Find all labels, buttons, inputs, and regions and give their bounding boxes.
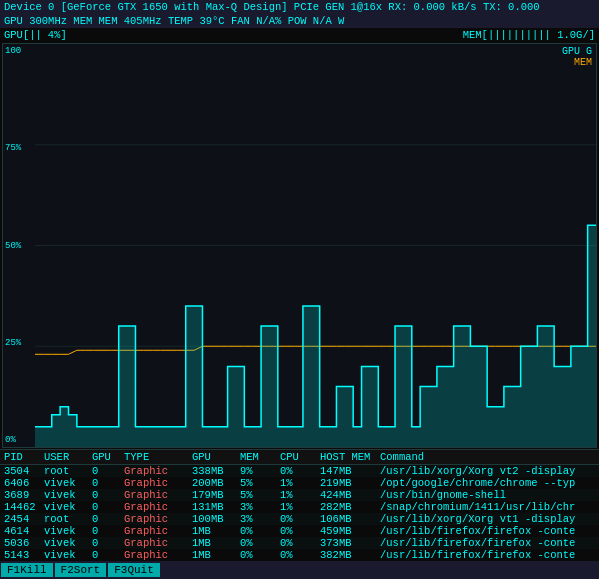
cell-gpu: 0 [92,513,124,525]
cell-gpu-mem: 131MB [192,501,240,513]
col-host-mem: HOST MEM [320,451,380,463]
process-table: PID USER GPU TYPE GPU MEM CPU HOST MEM C… [0,449,599,561]
cell-cpu: 1% [280,501,320,513]
cell-command: /usr/lib/firefox/firefox -conte [380,549,580,561]
chart-area: GPU G MEM 100 75% 50% 25% 0% [2,43,597,448]
cell-type: Graphic [124,489,192,501]
cell-user: vivek [44,549,92,561]
cell-gpu-mem: 179MB [192,489,240,501]
f2-sort-button[interactable]: F2Sort [55,563,107,577]
cell-gpu-mem: 338MB [192,465,240,477]
header-line2: GPU 300MHz MEM MEM 405MHz TEMP 39°C FAN … [0,14,599,28]
cell-mem-pct: 3% [240,513,280,525]
cell-user: vivek [44,501,92,513]
cell-pid: 5036 [4,537,44,549]
cell-type: Graphic [124,501,192,513]
cell-cpu: 1% [280,477,320,489]
col-user: USER [44,451,92,463]
cell-gpu-mem: 1MB [192,537,240,549]
cell-cpu: 0% [280,465,320,477]
cell-host-mem: 147MB [320,465,380,477]
cell-gpu: 0 [92,465,124,477]
f1-kill-button[interactable]: F1Kill [1,563,53,577]
col-gpu: GPU [92,451,124,463]
cell-command: /opt/google/chrome/chrome --typ [380,477,580,489]
col-gpu-mem: GPU [192,451,240,463]
gpu-bar-pct: 4%] [48,29,67,41]
cell-user: vivek [44,477,92,489]
cell-mem-pct: 5% [240,477,280,489]
process-rows: 3504 root 0 Graphic 338MB 9% 0% 147MB /u… [0,465,599,561]
cell-host-mem: 282MB [320,501,380,513]
cell-pid: 2454 [4,513,44,525]
cell-gpu-mem: 1MB [192,549,240,561]
cell-command: /usr/lib/firefox/firefox -conte [380,525,580,537]
cell-mem-pct: 9% [240,465,280,477]
cell-host-mem: 106MB [320,513,380,525]
col-command: Command [380,451,580,463]
header-pow: POW N/A W [288,15,345,27]
cell-type: Graphic [124,537,192,549]
cell-command: /usr/lib/firefox/firefox -conte [380,537,580,549]
app: Device 0 [GeForce GTX 1650 with Max-Q De… [0,0,599,579]
cell-mem-pct: 5% [240,489,280,501]
label-0: 0% [5,435,33,445]
cell-type: Graphic [124,465,192,477]
table-row: 4614 vivek 0 Graphic 1MB 0% 0% 459MB /us… [0,525,599,537]
gpu-chart-canvas [35,44,596,447]
cell-host-mem: 459MB [320,525,380,537]
label-25: 25% [5,338,33,348]
header-mem-label: MEM [73,15,98,27]
bottom-bar: F1Kill F2Sort F3Quit [0,561,599,579]
label-100: 100 [5,46,33,56]
cell-cpu: 0% [280,513,320,525]
cell-type: Graphic [124,513,192,525]
cell-host-mem: 219MB [320,477,380,489]
cell-mem-pct: 0% [240,537,280,549]
cell-command: /usr/lib/xorg/Xorg vt2 -display [380,465,580,477]
header-line1: Device 0 [GeForce GTX 1650 with Max-Q De… [0,0,599,14]
table-row: 2454 root 0 Graphic 100MB 3% 0% 106MB /u… [0,513,599,525]
cell-command: /usr/lib/xorg/Xorg vt1 -display [380,513,580,525]
cell-user: root [44,513,92,525]
cell-cpu: 1% [280,489,320,501]
cell-gpu-mem: 200MB [192,477,240,489]
cell-user: vivek [44,489,92,501]
cell-user: vivek [44,537,92,549]
cell-host-mem: 373MB [320,537,380,549]
cell-pid: 3504 [4,465,44,477]
table-row: 5036 vivek 0 Graphic 1MB 0% 0% 373MB /us… [0,537,599,549]
cell-host-mem: 382MB [320,549,380,561]
cell-gpu: 0 [92,525,124,537]
cell-gpu: 0 [92,537,124,549]
table-header: PID USER GPU TYPE GPU MEM CPU HOST MEM C… [0,450,599,465]
table-row: 14462 vivek 0 Graphic 131MB 3% 1% 282MB … [0,501,599,513]
cell-pid: 14462 [4,501,44,513]
cell-mem-pct: 0% [240,549,280,561]
col-mem-pct: MEM [240,451,280,463]
chart-labels: 100 75% 50% 25% 0% [3,44,35,447]
cell-cpu: 0% [280,525,320,537]
cell-cpu: 0% [280,537,320,549]
table-row: 3689 vivek 0 Graphic 179MB 5% 1% 424MB /… [0,489,599,501]
f3-quit-button[interactable]: F3Quit [108,563,160,577]
header-temp: TEMP 39°C [168,15,225,27]
cell-gpu-mem: 1MB [192,525,240,537]
header-fan: FAN N/A% [231,15,281,27]
header-mem-freq: MEM 405MHz [99,15,162,27]
gpu-bar-label: GPU[|| [4,29,42,41]
cell-mem-pct: 0% [240,525,280,537]
label-75: 75% [5,143,33,153]
table-row: 6406 vivek 0 Graphic 200MB 5% 1% 219MB /… [0,477,599,489]
cell-pid: 3689 [4,489,44,501]
cell-gpu: 0 [92,549,124,561]
cell-pid: 5143 [4,549,44,561]
col-pid: PID [4,451,44,463]
cell-command: /snap/chromium/1411/usr/lib/chr [380,501,580,513]
cell-user: vivek [44,525,92,537]
table-row: 5143 vivek 0 Graphic 1MB 0% 0% 382MB /us… [0,549,599,561]
cell-type: Graphic [124,477,192,489]
gpu-mem-bar-line: GPU[|| 4%] MEM[|||||||||| 1.0G/] [0,28,599,42]
cell-mem-pct: 3% [240,501,280,513]
header-gpu-prefix: GPU [4,15,29,27]
